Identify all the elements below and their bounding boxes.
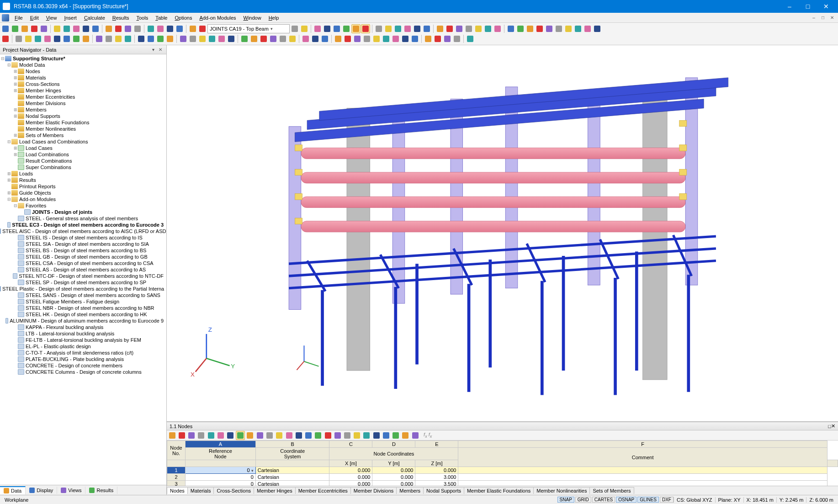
expand-icon[interactable]: ⊞ xyxy=(6,171,11,176)
row-header[interactable]: 3 xyxy=(167,481,186,486)
tree-module[interactable]: ALUMINUM - Design of aluminum members ac… xyxy=(0,318,166,324)
toolbar-icon[interactable] xyxy=(535,24,544,33)
col-y[interactable]: Y [m] xyxy=(372,460,415,467)
tree-item[interactable]: ⊞Member Hinges xyxy=(0,87,166,94)
toolbar-icon[interactable] xyxy=(249,34,259,43)
table-toolbar-icon[interactable] xyxy=(196,431,206,440)
toolbar-icon[interactable] xyxy=(343,34,352,43)
expand-icon[interactable]: ⊞ xyxy=(13,88,18,93)
toolbar-icon[interactable] xyxy=(593,24,602,33)
table-toolbar-icon[interactable] xyxy=(401,431,410,440)
navigator-tree[interactable]: ⊟Supporting Structure*⊟Model Data⊞Nodes⊞… xyxy=(0,54,166,485)
tree-fav-joints[interactable]: JOINTS - Design of joints xyxy=(0,209,166,215)
col-letter-a[interactable]: A xyxy=(186,441,256,448)
tree-item[interactable]: Member Eccentricities xyxy=(0,94,166,100)
table-row[interactable]: 20Cartesian0.0000.0003.000 xyxy=(167,474,838,481)
toolbar-icon[interactable] xyxy=(62,24,71,33)
table-toolbar-icon[interactable] xyxy=(343,431,352,440)
table-toolbar-icon[interactable] xyxy=(265,431,274,440)
mdi-minimize-button[interactable]: – xyxy=(810,14,818,21)
toolbar-icon[interactable] xyxy=(81,24,90,33)
tree-item[interactable]: ⊞Materials xyxy=(0,74,166,81)
tree-module[interactable]: CONCRETE Columns - Design of concrete co… xyxy=(0,369,166,375)
toolbar-icon[interactable] xyxy=(506,24,515,33)
toolbar-icon[interactable] xyxy=(464,24,473,33)
toolbar-icon[interactable] xyxy=(227,34,236,43)
table-tab[interactable]: Members xyxy=(396,487,424,494)
table-tab[interactable]: Member Nonlinearities xyxy=(533,487,590,494)
col-x[interactable]: X [m] xyxy=(329,460,372,467)
table-toolbar-icon[interactable] xyxy=(352,431,361,440)
tree-item[interactable]: Result Combinations xyxy=(0,158,166,164)
nav-tab-results[interactable]: Results xyxy=(85,487,117,494)
toolbar-icon[interactable] xyxy=(43,34,52,43)
toolbar-icon[interactable] xyxy=(334,34,343,43)
row-header[interactable]: 1 xyxy=(167,467,186,474)
toolbar-icon[interactable] xyxy=(300,24,309,33)
tree-module[interactable]: STEEL - General stress analysis of steel… xyxy=(0,215,166,222)
toolbar-icon[interactable] xyxy=(443,34,452,43)
toolbar-icon[interactable] xyxy=(217,34,226,43)
toolbar-icon[interactable] xyxy=(564,24,573,33)
toolbar-icon[interactable] xyxy=(374,24,383,33)
toolbar-icon[interactable] xyxy=(188,24,197,33)
nav-tab-views[interactable]: Views xyxy=(57,487,85,494)
status-toggle-osnap[interactable]: OSNAP xyxy=(616,497,636,503)
menu-window[interactable]: Window xyxy=(240,14,265,21)
tree-item[interactable]: Member Nonlinearities xyxy=(0,126,166,132)
toolbar-icon[interactable] xyxy=(583,24,592,33)
toolbar-icon[interactable] xyxy=(91,24,100,33)
expand-icon[interactable]: ⊞ xyxy=(6,191,11,195)
menu-add-on-modules[interactable]: Add-on Modules xyxy=(196,14,239,21)
expand-icon[interactable]: ⊞ xyxy=(13,146,18,150)
toolbar-icon[interactable] xyxy=(165,34,175,43)
expand-icon[interactable]: ⊞ xyxy=(13,133,18,138)
toolbar-icon[interactable] xyxy=(382,34,391,43)
nav-tab-data[interactable]: Data xyxy=(0,486,26,494)
toolbar-icon[interactable] xyxy=(290,24,299,33)
toolbar-icon[interactable] xyxy=(114,34,123,43)
toolbar-icon[interactable] xyxy=(1,34,10,43)
toolbar-icon[interactable] xyxy=(188,34,197,43)
status-toggle-cartes[interactable]: CARTES xyxy=(592,497,615,503)
tree-module[interactable]: FE-LTB - Lateral-torsional buckling anal… xyxy=(0,337,166,343)
toolbar-icon[interactable] xyxy=(133,24,142,33)
toolbar-icon[interactable] xyxy=(240,34,249,43)
toolbar-icon[interactable] xyxy=(483,24,493,33)
grid-cell[interactable] xyxy=(458,481,827,486)
table-toolbar-icon[interactable] xyxy=(391,431,400,440)
tree-module[interactable]: PLATE-BUCKLING - Plate buckling analysis xyxy=(0,356,166,362)
toolbar-icon[interactable] xyxy=(424,34,433,43)
toolbar-icon[interactable] xyxy=(445,24,454,33)
toolbar-icon[interactable] xyxy=(351,24,361,33)
expand-icon[interactable]: ⊟ xyxy=(13,203,18,208)
toolbar-icon[interactable] xyxy=(353,34,362,43)
toolbar-icon[interactable] xyxy=(165,24,175,33)
expand-icon[interactable]: ⊞ xyxy=(13,82,18,86)
expand-icon[interactable]: ⊟ xyxy=(0,56,5,61)
expand-icon[interactable]: ⊞ xyxy=(13,107,18,112)
col-comment[interactable]: Comment xyxy=(458,448,827,467)
tree-root[interactable]: ⊟Supporting Structure* xyxy=(0,55,166,62)
tree-item[interactable]: ⊞Sets of Members xyxy=(0,132,166,138)
expand-icon[interactable]: ⊞ xyxy=(13,114,18,118)
table-toolbar-icon[interactable] xyxy=(236,431,245,440)
toolbar-icon[interactable] xyxy=(146,34,155,43)
tree-item[interactable]: ⊞Load Combinations xyxy=(0,151,166,158)
toolbar-icon[interactable] xyxy=(81,34,90,43)
tree-loadcases[interactable]: ⊟Load Cases and Combinations xyxy=(0,138,166,145)
tree-module[interactable]: STEEL SANS - Design of steel members acc… xyxy=(0,292,166,298)
table-toolbar-icon[interactable] xyxy=(255,431,265,440)
toolbar-icon[interactable] xyxy=(362,34,371,43)
toolbar-icon[interactable] xyxy=(391,34,400,43)
grid-cell[interactable]: Cartesian xyxy=(255,481,329,486)
table-tab[interactable]: Materials xyxy=(187,487,214,494)
toolbar-icon[interactable] xyxy=(323,24,332,33)
table-tab[interactable]: Nodes xyxy=(167,487,188,494)
toolbar-icon[interactable] xyxy=(259,34,268,43)
tree-module[interactable]: LTB - Lateral-torsional buckling analysi… xyxy=(0,330,166,337)
table-panel-max-button[interactable]: □ xyxy=(828,424,831,429)
col-letter-e[interactable]: E xyxy=(415,441,458,448)
menu-insert[interactable]: Insert xyxy=(60,14,80,21)
toolbar-icon[interactable] xyxy=(466,34,475,43)
